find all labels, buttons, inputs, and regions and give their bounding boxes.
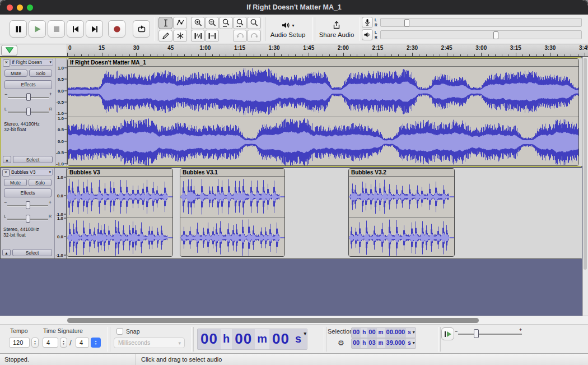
pan-slider[interactable]: LR (2, 212, 54, 224)
tempo-stepper[interactable]: ▴▾ (31, 338, 39, 348)
recording-meter[interactable]: LR (362, 17, 582, 29)
record-meter-button[interactable] (362, 17, 373, 28)
pause-button[interactable] (10, 20, 27, 38)
clip-title[interactable]: Bubbles V3.1 (180, 169, 284, 177)
share-audio-button[interactable]: Share Audio (315, 17, 358, 42)
playback-level-thumb[interactable] (493, 31, 498, 39)
waveform-canvas[interactable] (68, 67, 578, 117)
play-speed-thumb[interactable] (474, 329, 479, 338)
mute-button[interactable]: Mute (4, 179, 27, 186)
zoom-in-button[interactable] (191, 17, 205, 29)
audio-clip[interactable]: Bubbles V3.1 (180, 168, 285, 257)
pan-slider-thumb[interactable] (26, 215, 30, 223)
selection-tool-button[interactable] (158, 17, 172, 29)
skip-to-end-button[interactable] (86, 20, 103, 38)
horizontal-scrollbar[interactable] (0, 316, 588, 324)
waveform-channel[interactable] (67, 177, 172, 217)
waveform-canvas[interactable] (349, 177, 454, 217)
clip-title[interactable]: If Right Doesn't Matter MA_1 (68, 59, 578, 67)
audio-clip[interactable]: Bubbles V3.2 (348, 168, 455, 257)
collapse-button[interactable]: ▲ (3, 156, 11, 163)
audio-clip[interactable]: If Right Doesn't Matter MA_1 (67, 58, 579, 166)
vertical-scale-ruler[interactable]: 1.00.50.0-0.5-1.01.00.50.0-0.5-1.0 (55, 58, 67, 166)
toolbar-grip[interactable] (191, 327, 194, 352)
audio-clip[interactable]: Bubbles V3 (67, 168, 173, 257)
waveform-channel[interactable] (68, 67, 578, 117)
track-row[interactable]: ×If Right Doesn▾MuteSoloEffects−+LRStere… (0, 57, 581, 167)
gain-slider-thumb[interactable] (26, 201, 30, 209)
envelope-tool-button[interactable] (173, 17, 187, 29)
vertical-scrollbar-thumb[interactable] (584, 58, 587, 270)
toolbar-grip[interactable] (324, 327, 326, 352)
play-at-speed-button[interactable] (441, 327, 454, 340)
waveform-channel[interactable] (180, 218, 284, 257)
track-name-button[interactable]: If Right Doesn▾ (10, 59, 53, 66)
horizontal-scrollbar-thumb[interactable] (67, 318, 479, 323)
waveform-canvas[interactable] (67, 218, 172, 257)
solo-button[interactable]: Solo (29, 70, 52, 77)
track-area[interactable]: ×If Right Doesn▾MuteSoloEffects−+LRStere… (0, 57, 582, 316)
vertical-scale-ruler[interactable]: 1.00.0-1.01.00.0-1.0 (55, 168, 67, 258)
effects-button[interactable]: Effects (4, 80, 52, 89)
snap-mode-dropdown[interactable]: Milliseconds▾ (114, 338, 185, 348)
timeline-ruler[interactable]: 01530451:001:151:301:452:002:152:302:453… (0, 44, 588, 57)
stop-button[interactable] (48, 20, 65, 38)
zoom-to-selection-button[interactable] (219, 17, 233, 29)
clip-title[interactable]: Bubbles V3 (67, 169, 172, 177)
track-close-button[interactable]: × (2, 169, 10, 177)
multi-tool-button[interactable] (173, 30, 187, 42)
waveform-canvas[interactable] (349, 218, 454, 257)
snap-checkbox[interactable] (116, 328, 123, 335)
time-signature-denominator-input[interactable]: 4 (76, 338, 89, 348)
undo-button[interactable] (233, 30, 247, 42)
select-button[interactable]: Select (13, 156, 53, 163)
selection-start-field[interactable]: 00h 00m 00.000s ▾ (351, 327, 416, 338)
time-signature-stepper[interactable]: ▴▾ (60, 338, 67, 348)
waveform-channel[interactable] (68, 117, 578, 166)
waveform-channel[interactable] (67, 218, 172, 257)
clip-title[interactable]: Bubbles V3.2 (349, 169, 454, 177)
track-name-button[interactable]: Bubbles V3▾ (10, 169, 53, 175)
toolbar-grip[interactable] (438, 327, 441, 352)
waveform-canvas[interactable] (180, 218, 284, 257)
waveform-canvas[interactable] (68, 117, 578, 166)
position-seconds-unit[interactable]: s▾ (292, 329, 307, 349)
draw-tool-button[interactable] (158, 30, 172, 42)
waveform-channel[interactable] (180, 177, 284, 217)
track-lane[interactable]: Bubbles V3Bubbles V3.1Bubbles V3.2 (67, 168, 582, 258)
waveform-canvas[interactable] (180, 177, 284, 217)
waveform-canvas[interactable] (67, 177, 172, 217)
pan-slider-thumb[interactable] (26, 108, 31, 115)
redo-button[interactable] (247, 30, 261, 42)
toolbar-grip[interactable] (108, 327, 110, 352)
position-hours[interactable]: 00 (198, 329, 221, 349)
mute-button[interactable]: Mute (4, 70, 27, 77)
trim-audio-button[interactable] (191, 30, 205, 42)
play-button[interactable] (29, 20, 46, 38)
waveform-channel[interactable] (349, 177, 454, 217)
waveform-channel[interactable] (349, 218, 454, 257)
track-close-button[interactable]: × (3, 59, 10, 67)
zoom-out-button[interactable] (205, 17, 219, 29)
playback-meter-button[interactable] (362, 29, 373, 40)
track-lane[interactable]: If Right Doesn't Matter MA_1 (67, 58, 582, 166)
gain-slider[interactable]: −+ (2, 199, 54, 210)
tempo-input[interactable]: 120 (9, 338, 30, 348)
record-button[interactable] (108, 20, 125, 38)
collapse-button[interactable]: ▲ (2, 249, 11, 256)
record-meter-track[interactable] (380, 18, 582, 27)
solo-button[interactable]: Solo (29, 179, 52, 186)
toolbar-grip[interactable] (155, 17, 157, 41)
pan-slider[interactable]: LR (2, 105, 54, 117)
playback-meter-track[interactable] (380, 30, 582, 39)
time-signature-numerator-input[interactable]: 4 (43, 338, 58, 348)
position-seconds[interactable]: 00 (269, 329, 292, 349)
timeline-options-button[interactable] (1, 45, 17, 56)
time-signature-denominator-popup[interactable]: ▴▾ (91, 338, 101, 348)
ruler-scale[interactable]: 01530451:001:151:301:452:002:152:302:453… (67, 44, 588, 56)
record-level-thumb[interactable] (404, 19, 409, 27)
zoom-toggle-button[interactable] (247, 17, 261, 29)
gear-icon[interactable]: ⚙ (338, 339, 344, 347)
effects-button[interactable]: Effects (4, 188, 52, 197)
playback-meter[interactable]: LR (362, 29, 582, 41)
